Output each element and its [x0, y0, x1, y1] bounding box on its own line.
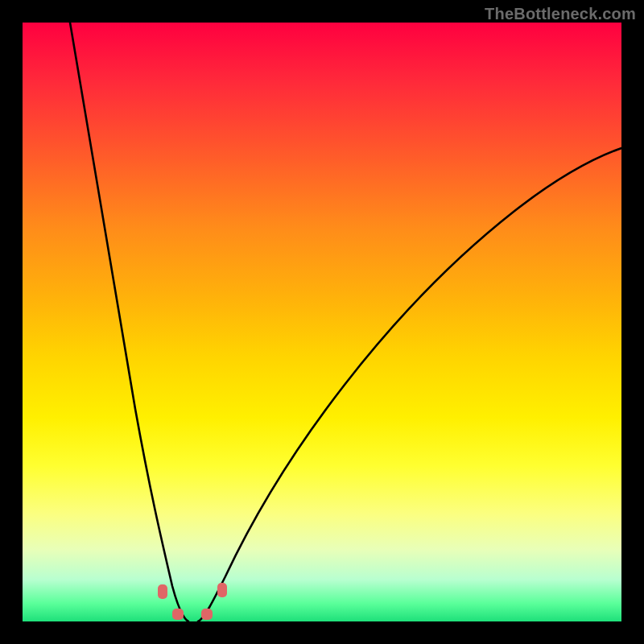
plot-area [23, 23, 621, 621]
curve-marker-right-upper [217, 583, 227, 597]
chart-frame: TheBottleneck.com [0, 0, 644, 644]
watermark-text: TheBottleneck.com [485, 5, 636, 23]
curve-left-branch [70, 23, 188, 621]
curve-marker-right-lower [201, 609, 213, 620]
curve-marker-left-lower [172, 609, 184, 620]
bottleneck-curve [23, 23, 621, 621]
curve-right-branch [198, 148, 621, 621]
curve-marker-left-upper [158, 584, 167, 599]
